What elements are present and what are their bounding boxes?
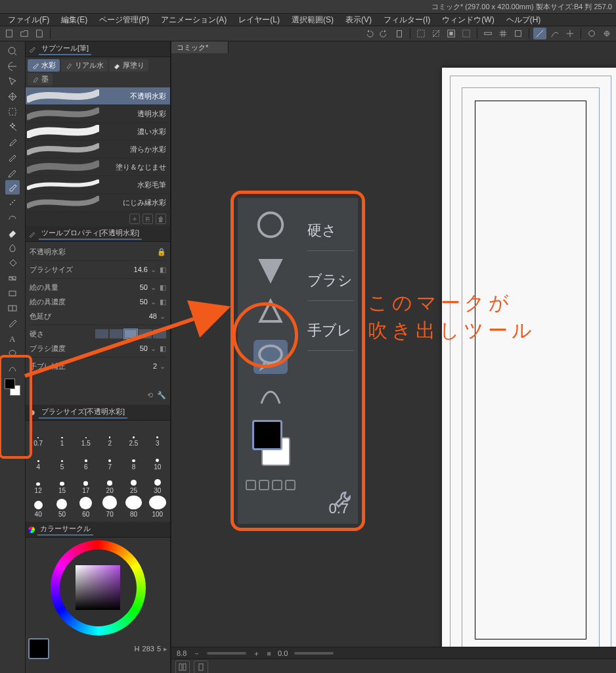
tool-correct-line[interactable] bbox=[5, 361, 20, 376]
brush-item[interactable]: 透明水彩 bbox=[26, 105, 170, 123]
menu-animation[interactable]: アニメーション(A) bbox=[157, 14, 231, 26]
subtab-ink[interactable]: 墨 bbox=[28, 73, 53, 85]
brush-item[interactable]: 塗り＆なじませ bbox=[26, 158, 170, 176]
channel-toggle-icon[interactable]: ▸ bbox=[164, 645, 167, 653]
page-layout-icon[interactable] bbox=[175, 661, 190, 673]
document-tab[interactable]: コミック* bbox=[171, 41, 229, 53]
tool-pencil[interactable] bbox=[5, 165, 20, 179]
subtab-real[interactable]: リアル水 bbox=[61, 59, 108, 72]
menu-layer[interactable]: レイヤー(L) bbox=[234, 14, 284, 26]
subtab-watercolor[interactable]: 水彩 bbox=[28, 59, 60, 72]
current-color-swatch[interactable] bbox=[28, 638, 49, 659]
tb-undo-icon[interactable] bbox=[363, 28, 376, 39]
tool-brush[interactable] bbox=[5, 180, 20, 195]
brushsize-cell[interactable]: 17 bbox=[75, 472, 97, 494]
brushsize-cell[interactable]: 2.5 bbox=[122, 425, 144, 447]
tool-airbrush[interactable] bbox=[5, 195, 20, 210]
tb-grid-icon[interactable] bbox=[496, 28, 510, 39]
menu-filter[interactable]: フィルター(I) bbox=[380, 14, 434, 26]
tb-snap-curve-icon[interactable] bbox=[548, 28, 561, 39]
brushsize-cell[interactable]: 1.5 bbox=[75, 425, 97, 447]
brushsize-cell[interactable]: 6 bbox=[75, 448, 97, 471]
tb-select-all-icon[interactable] bbox=[414, 28, 428, 39]
tb-new-icon[interactable] bbox=[3, 28, 16, 39]
tool-blend[interactable] bbox=[5, 241, 20, 255]
tb-snap-icon[interactable] bbox=[533, 28, 546, 39]
subtab-thick[interactable]: 厚塗り bbox=[109, 59, 148, 72]
dynamics-icon[interactable]: ◧ bbox=[160, 266, 166, 274]
tool-select-rect[interactable] bbox=[5, 104, 20, 119]
zoom-slider[interactable] bbox=[207, 652, 246, 655]
hardness-cells[interactable] bbox=[95, 329, 166, 338]
tool-ruler-icon[interactable] bbox=[5, 316, 20, 331]
zoom-out-icon[interactable]: － bbox=[193, 649, 200, 659]
brushsize-cell[interactable]: 4 bbox=[27, 448, 49, 471]
tb-delete-icon[interactable] bbox=[393, 28, 406, 39]
brushsize-cell[interactable]: 2 bbox=[99, 425, 121, 447]
prop-color-extend[interactable]: 色延び 48 ⌄ bbox=[30, 309, 166, 323]
brushsize-cell[interactable]: 10 bbox=[146, 448, 169, 471]
tb-settings-icon[interactable] bbox=[585, 28, 598, 39]
brushsize-cell[interactable]: 70 bbox=[99, 496, 121, 518]
brush-item[interactable]: 水彩毛筆 bbox=[26, 176, 170, 194]
tb-invert-icon[interactable] bbox=[445, 28, 458, 39]
menu-page[interactable]: ページ管理(P) bbox=[95, 14, 153, 26]
tool-text[interactable]: A bbox=[5, 331, 20, 346]
tb-save-icon[interactable] bbox=[33, 28, 46, 39]
tool-frame[interactable] bbox=[5, 301, 20, 315]
tb-open-icon[interactable] bbox=[18, 28, 31, 39]
color-swatch-toggle[interactable] bbox=[5, 379, 20, 396]
prop-brushsize[interactable]: ブラシサイズ 14.6 ⌄ ◧ bbox=[30, 262, 166, 277]
brush-item[interactable]: 滑らか水彩 bbox=[26, 141, 170, 158]
angle-slider[interactable] bbox=[294, 652, 334, 655]
brushsize-cell[interactable]: 60 bbox=[75, 496, 97, 518]
tool-operation[interactable] bbox=[5, 74, 20, 89]
tb-border-icon[interactable] bbox=[460, 28, 473, 39]
tool-eyedropper[interactable] bbox=[5, 135, 20, 149]
brushsize-cell[interactable]: 3 bbox=[146, 425, 169, 447]
tb-transform-icon[interactable] bbox=[512, 28, 525, 39]
menu-window[interactable]: ウィンドウ(W) bbox=[438, 14, 498, 26]
menu-help[interactable]: ヘルプ(H) bbox=[502, 14, 545, 26]
prop-stabilize[interactable]: 手ブレ補正 2 ⌄ bbox=[30, 359, 166, 373]
zoom-value[interactable]: 8.8 bbox=[177, 649, 187, 657]
menu-file[interactable]: ファイル(F) bbox=[4, 14, 53, 26]
brushsize-cell[interactable]: 25 bbox=[122, 472, 144, 494]
brushsize-cell[interactable]: 15 bbox=[51, 472, 73, 494]
tool-move[interactable] bbox=[5, 59, 20, 74]
brushsize-cell[interactable]: 7 bbox=[99, 448, 121, 471]
brushsize-cell[interactable]: 50 bbox=[51, 496, 73, 518]
color-square[interactable] bbox=[76, 565, 120, 610]
menu-view[interactable]: 表示(V) bbox=[341, 14, 376, 26]
delete-brush-icon[interactable]: 🗑 bbox=[156, 214, 166, 224]
brushsize-cell[interactable]: 0.7 bbox=[27, 425, 49, 447]
page-single-icon[interactable] bbox=[194, 661, 208, 673]
brushsize-cell[interactable]: 30 bbox=[146, 472, 169, 494]
prop-hardness[interactable]: 硬さ bbox=[30, 327, 166, 341]
prop-paint-density[interactable]: 絵の具濃度 50 ⌄◧ bbox=[30, 294, 166, 309]
brushsize-cell[interactable]: 8 bbox=[122, 448, 144, 471]
reset-icon[interactable]: ⟲ bbox=[147, 391, 153, 400]
menu-edit[interactable]: 編集(E) bbox=[57, 14, 91, 26]
menu-select[interactable]: 選択範囲(S) bbox=[288, 14, 338, 26]
angle-value[interactable]: 0.0 bbox=[278, 649, 288, 657]
chevron-down-icon[interactable]: ⌄ bbox=[150, 266, 157, 274]
tool-select-wand[interactable] bbox=[5, 120, 20, 134]
tool-fill[interactable] bbox=[5, 256, 20, 270]
tb-snap-special-icon[interactable] bbox=[563, 28, 577, 39]
brushsize-cell[interactable]: 1 bbox=[51, 425, 73, 447]
brushsize-cell[interactable]: 5 bbox=[51, 448, 73, 471]
brush-item[interactable]: にじみ縁水彩 bbox=[26, 194, 170, 212]
tool-layer-move[interactable] bbox=[5, 89, 20, 104]
brushsize-cell[interactable]: 12 bbox=[27, 472, 49, 494]
tb-store-icon[interactable] bbox=[600, 28, 613, 39]
tool-gradient[interactable] bbox=[5, 271, 20, 285]
brush-item[interactable]: 不透明水彩 bbox=[26, 87, 170, 105]
brushsize-cell[interactable]: 100 bbox=[146, 496, 169, 518]
brushsize-cell[interactable]: 20 bbox=[99, 472, 121, 494]
tool-deco[interactable] bbox=[5, 210, 20, 225]
tb-redo-icon[interactable] bbox=[378, 28, 391, 39]
color-ring[interactable] bbox=[51, 540, 146, 636]
brushsize-cell[interactable]: 80 bbox=[122, 496, 144, 518]
prop-brush-density[interactable]: ブラシ濃度 50 ⌄◧ bbox=[30, 341, 166, 356]
